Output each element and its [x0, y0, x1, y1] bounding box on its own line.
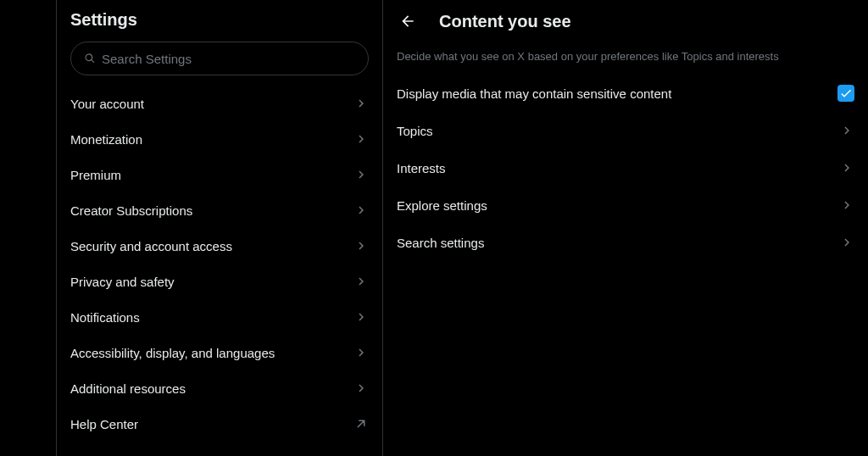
settings-item-monetization[interactable]: Monetization	[57, 121, 382, 157]
chevron-right-icon	[353, 381, 369, 396]
content-row-explore-settings[interactable]: Explore settings	[383, 186, 868, 224]
content-description: Decide what you see on X based on your p…	[383, 44, 868, 75]
content-row-topics[interactable]: Topics	[383, 112, 868, 149]
chevron-right-icon	[353, 96, 369, 111]
search-wrapper	[57, 42, 382, 82]
settings-column: Settings Your account Monetization Premi…	[57, 0, 383, 456]
chevron-right-icon	[353, 309, 369, 325]
settings-item-premium[interactable]: Premium	[57, 157, 382, 192]
left-gutter	[0, 0, 57, 456]
settings-item-label: Creator Subscriptions	[70, 203, 192, 218]
chevron-right-icon	[353, 274, 369, 289]
chevron-right-icon	[353, 238, 369, 253]
settings-item-notifications[interactable]: Notifications	[57, 299, 382, 335]
chevron-right-icon	[839, 160, 854, 175]
chevron-right-icon	[353, 131, 369, 147]
settings-item-additional-resources[interactable]: Additional resources	[57, 370, 382, 406]
sensitive-content-label: Display media that may contain sensitive…	[397, 86, 671, 101]
content-column: Content you see Decide what you see on X…	[383, 0, 868, 456]
content-row-label: Topics	[397, 124, 433, 138]
search-box[interactable]	[70, 42, 369, 75]
content-row-label: Explore settings	[397, 198, 487, 213]
chevron-right-icon	[353, 167, 369, 182]
settings-item-label: Privacy and safety	[70, 275, 175, 289]
settings-item-label: Additional resources	[70, 381, 186, 396]
settings-item-label: Premium	[70, 168, 121, 182]
settings-item-creator-subscriptions[interactable]: Creator Subscriptions	[57, 192, 382, 228]
settings-item-accessibility[interactable]: Accessibility, display, and languages	[57, 335, 382, 370]
chevron-right-icon	[353, 203, 369, 218]
chevron-right-icon	[839, 235, 854, 250]
content-row-label: Interests	[397, 161, 446, 175]
content-row-label: Search settings	[397, 236, 484, 250]
settings-item-privacy-safety[interactable]: Privacy and safety	[57, 264, 382, 299]
settings-list: Your account Monetization Premium Creato…	[57, 86, 382, 442]
sensitive-content-checkbox[interactable]	[837, 85, 854, 102]
settings-item-label: Help Center	[70, 417, 138, 431]
settings-item-label: Notifications	[70, 310, 140, 325]
settings-item-label: Accessibility, display, and languages	[70, 346, 275, 360]
search-icon	[83, 52, 97, 65]
back-button[interactable]	[393, 7, 422, 36]
chevron-right-icon	[353, 345, 369, 360]
settings-title: Settings	[57, 0, 382, 42]
content-row-search-settings[interactable]: Search settings	[383, 224, 868, 261]
content-row-interests[interactable]: Interests	[383, 149, 868, 186]
arrow-left-icon	[399, 13, 416, 30]
chevron-right-icon	[839, 123, 854, 138]
content-header: Content you see	[383, 0, 868, 44]
search-input[interactable]	[102, 52, 356, 66]
settings-item-label: Security and account access	[70, 239, 232, 253]
checkmark-icon	[839, 86, 853, 100]
sensitive-content-row[interactable]: Display media that may contain sensitive…	[383, 75, 868, 112]
content-title: Content you see	[439, 12, 571, 31]
settings-item-label: Monetization	[70, 132, 142, 147]
settings-item-label: Your account	[70, 97, 144, 111]
settings-item-help-center[interactable]: Help Center	[57, 406, 382, 442]
settings-item-your-account[interactable]: Your account	[57, 86, 382, 121]
chevron-right-icon	[839, 197, 854, 213]
settings-item-security-access[interactable]: Security and account access	[57, 228, 382, 264]
external-link-icon	[353, 416, 369, 431]
